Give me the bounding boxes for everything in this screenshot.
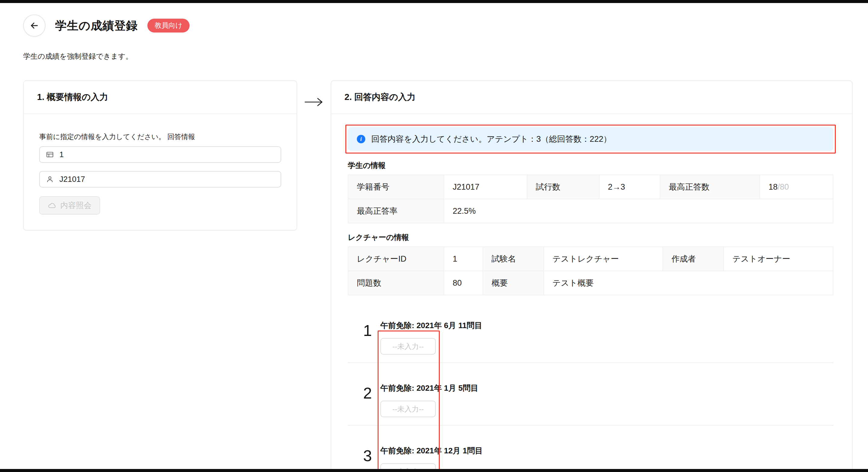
question-label: 午前免除: 2021年 1月 5問目 (380, 383, 478, 394)
step1-caption: 事前に指定の情報を入力してください。 回答情報 (39, 132, 281, 141)
info-icon: i (357, 135, 365, 143)
content-inquiry-button[interactable]: 内容照会 (39, 196, 100, 215)
alert-wrapper: i 回答内容を入力してください。アテンプト：3（総回答数：222） (348, 127, 833, 151)
lecture-id-value-cell: 1 (444, 247, 483, 271)
student-no-value-cell: J21017 (444, 175, 527, 199)
page-header: 学生の成績登録 教員向け (23, 14, 852, 37)
table-row: 問題数 80 概要 テスト概要 (348, 271, 833, 295)
main-content: 1. 概要情報の入力 事前に指定の情報を入力してください。 回答情報 (23, 80, 852, 472)
summary-value-cell: テスト概要 (544, 271, 833, 295)
back-button[interactable] (23, 14, 45, 37)
exam-name-label-cell: 試験名 (483, 247, 544, 271)
step1-title: 1. 概要情報の入力 (37, 91, 283, 103)
step2-body: i 回答内容を入力してください。アテンプト：3（総回答数：222） 学生の情報 … (331, 114, 852, 472)
question-row-1: 1 午前免除: 2021年 6月 11問目 (348, 300, 833, 363)
lecture-info-section-title: レクチャーの情報 (348, 232, 833, 242)
step2-panel: 2. 回答内容の入力 i 回答内容を入力してください。アテンプト：3（総回答数：… (331, 80, 852, 472)
arrow-left-icon (29, 21, 39, 31)
student-info-section-title: 学生の情報 (348, 161, 833, 170)
question-row-2: 2 午前免除: 2021年 1月 5問目 (348, 363, 833, 426)
arrow-right-icon (304, 95, 324, 109)
answer-question-list: 1 午前免除: 2021年 6月 11問目 2 午前免除: 2021年 1月 5… (348, 300, 833, 472)
best-correct-value-cell: 18/80 (760, 175, 833, 199)
cloud-icon (48, 201, 56, 210)
step2-title: 2. 回答内容の入力 (344, 91, 839, 103)
question-content: 午前免除: 2021年 1月 5問目 (380, 383, 478, 417)
table-row: レクチャーID 1 試験名 テストレクチャー 作成者 テストオーナー (348, 247, 833, 271)
question-content: 午前免除: 2021年 6月 11問目 (380, 320, 482, 355)
lecture-id-field[interactable] (59, 149, 275, 160)
author-value-cell: テストオーナー (724, 247, 833, 271)
exam-name-value-cell: テストレクチャー (544, 247, 663, 271)
question-number: 2 (363, 385, 380, 401)
question-number: 3 (363, 448, 380, 464)
question-label: 午前免除: 2021年 6月 11問目 (380, 320, 482, 331)
window-edge-bottom (0, 469, 868, 472)
user-icon (46, 175, 54, 183)
alert-text: 回答内容を入力してください。アテンプト：3（総回答数：222） (371, 134, 612, 144)
info-alert: i 回答内容を入力してください。アテンプト：3（総回答数：222） (348, 127, 833, 151)
question-row-3: 3 午前免除: 2021年 12月 1問目 (348, 426, 833, 472)
question-content: 午前免除: 2021年 12月 1問目 (380, 445, 483, 472)
attempts-value-cell: 2→3 (599, 175, 660, 199)
student-id-field[interactable] (59, 174, 275, 184)
lecture-id-input[interactable] (39, 146, 281, 163)
answer-input-2[interactable] (380, 401, 436, 417)
student-id-input[interactable] (39, 171, 281, 188)
lecture-id-label-cell: レクチャーID (348, 247, 444, 271)
window-edge-top (0, 0, 868, 3)
id-card-icon (46, 150, 54, 159)
summary-label-cell: 概要 (483, 271, 544, 295)
step1-panel: 1. 概要情報の入力 事前に指定の情報を入力してください。 回答情報 (23, 80, 297, 231)
step2-panel-header: 2. 回答内容の入力 (331, 81, 852, 114)
page: 学生の成績登録 教員向け 学生の成績を強制登録できます。 1. 概要情報の入力 … (0, 0, 868, 472)
answer-input-1[interactable] (380, 338, 436, 355)
student-info-table: 学籍番号 J21017 試行数 2→3 最高正答数 18/80 最高正答率 22… (348, 175, 833, 223)
table-row: 学籍番号 J21017 試行数 2→3 最高正答数 18/80 (348, 175, 833, 199)
author-label-cell: 作成者 (663, 247, 724, 271)
table-row: 最高正答率 22.5% (348, 199, 833, 223)
question-count-label-cell: 問題数 (348, 271, 444, 295)
step1-panel-header: 1. 概要情報の入力 (24, 81, 297, 114)
page-title: 学生の成績登録 (55, 18, 138, 33)
step1-body: 事前に指定の情報を入力してください。 回答情報 (24, 114, 297, 230)
attempts-label-cell: 試行数 (527, 175, 599, 199)
question-label: 午前免除: 2021年 12月 1問目 (380, 445, 483, 456)
best-rate-label-cell: 最高正答率 (348, 199, 444, 223)
step-arrow (297, 80, 331, 109)
best-correct-count: 18 (769, 182, 778, 192)
content-inquiry-label: 内容照会 (60, 200, 92, 211)
best-rate-value-cell: 22.5% (444, 199, 833, 223)
best-correct-total: /80 (778, 182, 789, 192)
best-correct-label-cell: 最高正答数 (660, 175, 760, 199)
question-count-value-cell: 80 (444, 271, 483, 295)
question-number: 1 (363, 323, 380, 338)
page-subtitle: 学生の成績を強制登録できます。 (23, 52, 852, 61)
teacher-badge: 教員向け (147, 19, 190, 33)
lecture-info-table: レクチャーID 1 試験名 テストレクチャー 作成者 テストオーナー 問題数 8… (348, 246, 833, 295)
student-no-label-cell: 学籍番号 (348, 175, 444, 199)
